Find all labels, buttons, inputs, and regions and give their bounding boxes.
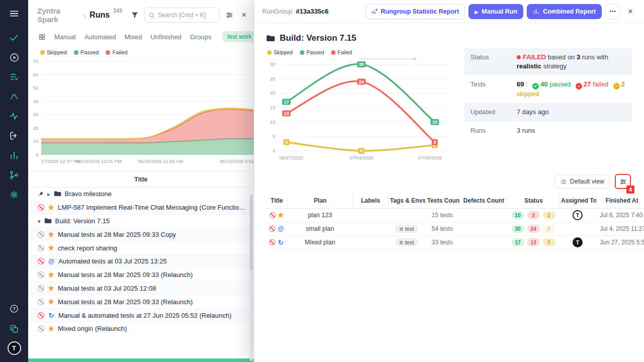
col-assigned-to[interactable]: Assigned To (559, 193, 596, 209)
settings-gear-icon[interactable] (5, 187, 23, 202)
grid-view-icon[interactable] (38, 33, 46, 41)
labels-cell (353, 209, 388, 222)
runs-value: 3 runs (517, 126, 535, 135)
col-finished-at[interactable]: Finished At (596, 193, 644, 209)
run-row[interactable]: Manual & automated tests at 27 Jun 2025 … (28, 309, 254, 322)
search-input[interactable] (144, 8, 220, 23)
breadcrumb-page: Runs (90, 11, 110, 20)
run-row-build-folder[interactable]: Build: Version 7.15 (28, 215, 254, 228)
run-title-cell[interactable] (266, 222, 287, 236)
run-entry-icon[interactable] (5, 128, 23, 143)
activity-pulse-icon[interactable] (5, 109, 23, 124)
col-tags-envs[interactable]: Tags & Envs (388, 193, 425, 209)
neutral-ban-icon (38, 231, 44, 238)
status-cell: 17 13 3 (508, 236, 559, 249)
tag-pill[interactable]: test (395, 238, 418, 246)
sidebar: ? T (0, 0, 28, 362)
tests-check-icon[interactable] (5, 30, 23, 45)
combined-report-button[interactable]: Combined Report (527, 4, 602, 19)
rungroup-runs-table: Title Plan Labels Tags & Envs Tests Coun… (266, 193, 644, 249)
manual-run-button[interactable]: Manual Run (468, 4, 523, 19)
run-row[interactable]: Manual tests at 28 Mar 2025 09:33 (Relau… (28, 268, 254, 282)
breadcrumb-project[interactable]: Zyntra Spark (37, 7, 80, 24)
search-field[interactable] (158, 12, 216, 19)
col-title[interactable]: Title (266, 193, 287, 209)
failed-dot-icon (331, 50, 336, 55)
summary-row-tests: Tests 69 : 40 passed 27 failed 2 skipped (464, 75, 632, 103)
filter-chip-test-work[interactable]: test work (222, 31, 254, 42)
scrollbar-thumb[interactable] (250, 195, 253, 270)
failed-badge: 13 (527, 238, 540, 246)
manual-origin-icon (48, 272, 54, 278)
projects-copy-icon[interactable] (5, 321, 23, 336)
defects-count-cell (459, 209, 508, 222)
expand-caret-icon[interactable] (47, 190, 50, 198)
user-avatar[interactable]: T (8, 341, 21, 355)
col-labels[interactable]: Labels (353, 193, 388, 209)
svg-text:06/19/2025 11:56 AM: 06/19/2025 11:56 AM (138, 158, 183, 164)
col-defects-count[interactable]: Defects Count (459, 193, 508, 209)
run-title: Manual tests at 28 Mar 2025 09:33 Copy (58, 231, 176, 238)
tab-unfinished[interactable]: Unfinished (150, 33, 181, 41)
columns-tune-icon[interactable] (223, 9, 234, 22)
bar-chart-icon (533, 8, 539, 15)
run-row[interactable]: check report sharing (28, 241, 254, 255)
manual-origin-icon (48, 245, 54, 251)
plan-cell[interactable]: small plan (287, 222, 353, 236)
col-tests-count[interactable]: Tests Count (425, 193, 459, 209)
plan-cell[interactable]: plan 123 (287, 209, 353, 222)
summary-row-runs: Runs 3 runs (464, 122, 632, 140)
runs-play-circle-icon[interactable] (5, 50, 23, 65)
run-row[interactable]: Manual tests at 03 Jul 2025 12:08 (28, 282, 254, 296)
failed-minus-icon (576, 83, 582, 89)
tab-groups[interactable]: Groups (190, 33, 212, 41)
svg-text:06/23/2025 5:52 P: 06/23/2025 5:52 P (220, 158, 254, 164)
run-row-bravo-milestone[interactable]: Bravo milestone (28, 188, 254, 201)
run-row[interactable]: Automated tests at 03 Jul 2025 13:25 (28, 255, 254, 268)
flow-wave-icon[interactable] (5, 89, 23, 104)
filter-funnel-icon[interactable] (129, 9, 140, 22)
more-options-button[interactable] (605, 4, 620, 19)
reports-chart-icon[interactable] (5, 148, 23, 163)
help-icon[interactable]: ? (5, 301, 23, 316)
svg-text:10: 10 (33, 138, 38, 144)
trend-chart-block: Skipped Passed Failed 051015202530302173… (266, 49, 453, 163)
tests-count-cell: 15 tests (425, 209, 459, 222)
svg-text:15: 15 (270, 105, 275, 110)
drawer-close-icon[interactable] (624, 4, 637, 19)
hamburger-menu-icon[interactable] (5, 6, 23, 21)
rungroup-statistic-report-button[interactable]: Rungroup Statistic Report (365, 4, 465, 19)
defects-count-cell (459, 222, 508, 236)
run-title-cell[interactable] (266, 236, 287, 249)
tab-automated[interactable]: Automated (85, 33, 116, 41)
skipped-dot-icon (267, 50, 272, 55)
tags-cell (388, 209, 425, 222)
passed-dot-icon (74, 50, 78, 55)
run-row[interactable]: LMP-587 Implement Real-Time Chat Messagi… (28, 201, 254, 215)
partial-next-row[interactable] (28, 358, 254, 362)
run-row[interactable]: Manual tests at 28 Mar 2025 09:33 Copy (28, 228, 254, 241)
run-row[interactable]: Manual tests at 28 Mar 2025 09:33 (Relau… (28, 295, 254, 309)
summary-label: Updated (470, 108, 513, 117)
rungroup-trend-chart: 0510152025303021730101324306/27/202507/0… (266, 56, 453, 163)
col-status[interactable]: Status (508, 193, 559, 209)
tags-cell: test (388, 222, 425, 236)
plan-cell[interactable]: Mixed plan (287, 236, 353, 249)
run-row[interactable]: Mixed origin (Relaunch) (28, 322, 254, 336)
tab-manual[interactable]: Manual (54, 33, 76, 41)
tag-pill[interactable]: test (395, 225, 418, 233)
git-branch-icon[interactable] (5, 167, 23, 183)
left-panel-close-icon[interactable] (238, 9, 250, 22)
run-title-cell[interactable] (266, 209, 287, 222)
collapse-caret-icon[interactable] (38, 217, 41, 225)
passed-badge: 30 (512, 225, 524, 233)
svg-text:17: 17 (284, 100, 289, 105)
test-plans-list-icon[interactable] (5, 69, 23, 84)
default-view-button[interactable]: Default view (554, 174, 610, 189)
tab-mixed[interactable]: Mixed (125, 33, 142, 41)
scrollbar[interactable] (250, 195, 253, 361)
legend-passed: Passed (300, 49, 324, 55)
manual-origin-icon (48, 325, 54, 332)
run-title: Manual tests at 28 Mar 2025 09:33 (Relau… (58, 271, 193, 279)
col-plan[interactable]: Plan (287, 193, 353, 209)
